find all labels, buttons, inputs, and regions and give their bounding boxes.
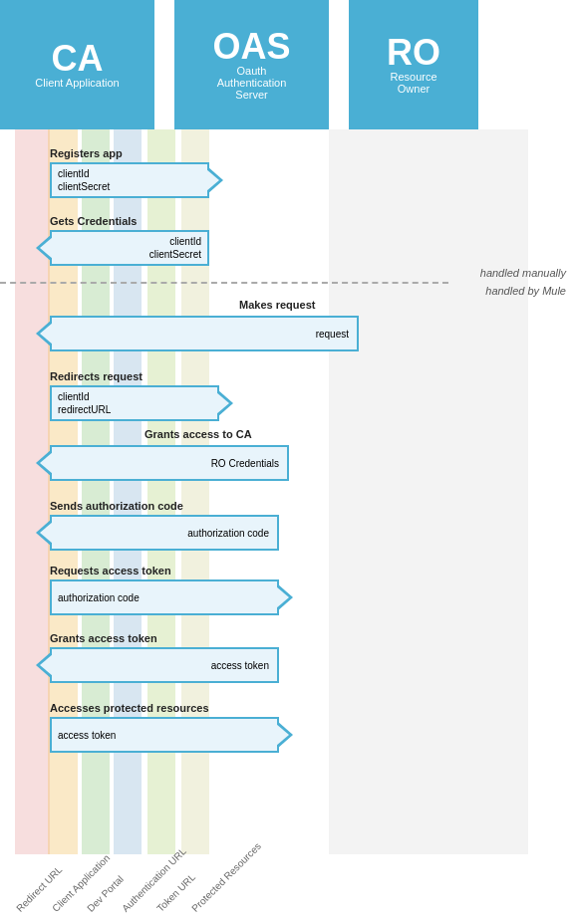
header-ro: RO ResourceOwner xyxy=(349,0,478,129)
step-requests-access-token: Requests access token authorization code xyxy=(50,565,279,615)
step-redirects-request: Redirects request clientIdredirectURL xyxy=(50,370,219,421)
step1-arrow: clientIdclientSecret xyxy=(50,162,209,198)
step-sends-auth-code: Sends authorization code authorization c… xyxy=(50,500,279,551)
step7-text: authorization code xyxy=(58,592,140,603)
step5-arrow: RO Credentials xyxy=(50,445,289,481)
lane-label-auth-url: Authentication URL xyxy=(120,845,188,914)
step9-label: Accesses protected resources xyxy=(50,702,279,714)
step8-text: access token xyxy=(211,660,269,671)
header-oas: OAS OauthAuthenticationServer xyxy=(174,0,329,129)
step2-arrow: clientIdclientSecret xyxy=(50,230,209,266)
step6-text: authorization code xyxy=(187,528,269,539)
step-makes-request: Makes request xyxy=(239,299,315,314)
step-gets-credentials: Gets Credentials clientIdclientSecret xyxy=(50,215,209,266)
step5-text: RO Credentials xyxy=(211,458,279,469)
step3-text: request xyxy=(316,329,349,340)
ca-title: CA xyxy=(52,41,104,77)
step6-label: Sends authorization code xyxy=(50,500,279,512)
step5-label: Grants access to CA xyxy=(144,428,252,440)
oas-title: OAS xyxy=(212,29,290,65)
step4-label: Redirects request xyxy=(50,370,219,382)
step2-label: Gets Credentials xyxy=(50,215,209,227)
step-grants-access-ca: Grants access to CA xyxy=(144,428,252,443)
step9-arrow: access token xyxy=(50,717,279,753)
handled-manually-label: handled manually xyxy=(480,267,566,279)
handled-by-mule-label: handled by Mule xyxy=(485,285,566,297)
step4-arrow: clientIdredirectURL xyxy=(50,385,219,421)
step6-arrow: authorization code xyxy=(50,515,279,551)
step8-label: Grants access token xyxy=(50,632,279,644)
step8-arrow: access token xyxy=(50,647,279,683)
step3-label: Makes request xyxy=(239,299,315,311)
step2-text: clientIdclientSecret xyxy=(149,235,201,261)
step3-arrow: request xyxy=(50,316,359,351)
ro-subtitle: ResourceOwner xyxy=(390,71,436,95)
step-accesses-protected: Accesses protected resources access toke… xyxy=(50,702,279,753)
step-grants-access-token: Grants access token access token xyxy=(50,632,279,683)
ro-column-bg xyxy=(329,129,528,854)
ca-subtitle: Client Application xyxy=(35,77,119,89)
step4-text: clientIdredirectURL xyxy=(58,390,111,416)
step7-label: Requests access token xyxy=(50,565,279,577)
step-registers-app: Registers app clientIdclientSecret xyxy=(50,147,209,198)
step7-arrow: authorization code xyxy=(50,579,279,615)
dashed-divider xyxy=(0,282,448,284)
step1-text: clientIdclientSecret xyxy=(58,167,110,193)
header-ca: CA Client Application xyxy=(0,0,154,129)
lane-label-client-app: Client Application xyxy=(50,852,112,914)
ro-title: RO xyxy=(387,35,440,71)
oas-subtitle: OauthAuthenticationServer xyxy=(217,65,287,101)
header-row: CA Client Application OAS OauthAuthentic… xyxy=(0,0,574,129)
step1-label: Registers app xyxy=(50,147,209,159)
step9-text: access token xyxy=(58,730,116,741)
